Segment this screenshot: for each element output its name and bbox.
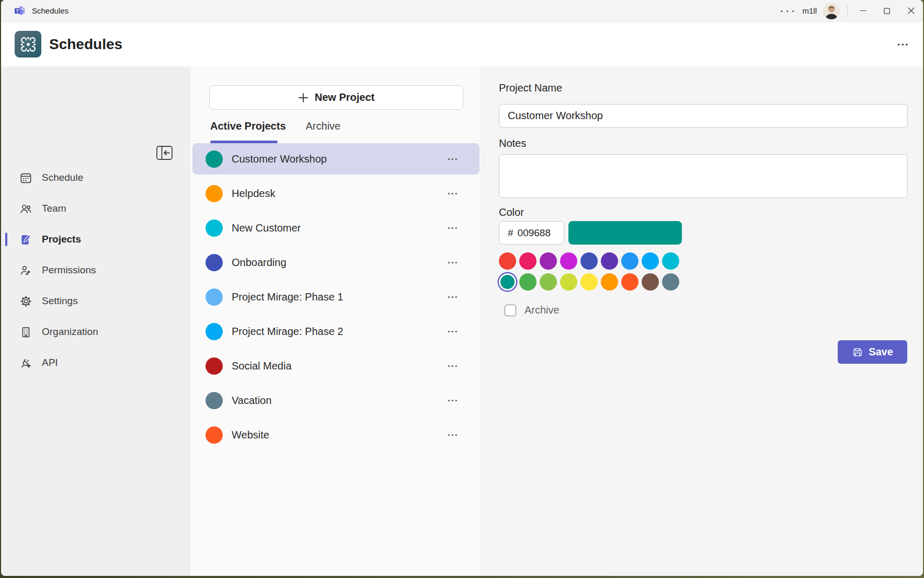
save-floppy-icon xyxy=(852,346,863,358)
archive-label: Archive xyxy=(524,304,560,316)
sidebar-item-api[interactable]: API xyxy=(1,351,190,375)
teams-app-icon: T xyxy=(14,5,25,16)
palette-swatch[interactable] xyxy=(621,252,638,270)
palette-swatch[interactable] xyxy=(601,252,618,270)
notes-textarea[interactable] xyxy=(499,154,908,198)
palette-swatch[interactable] xyxy=(580,252,598,270)
projects-list-panel: New Project Active Projects Archive Cust… xyxy=(190,66,482,576)
archive-option: Archive xyxy=(505,304,560,316)
gear-icon xyxy=(19,294,32,308)
row-more-icon[interactable]: ••• xyxy=(448,156,459,162)
project-row[interactable]: Vacation ••• xyxy=(192,385,480,416)
avatar[interactable] xyxy=(823,3,840,19)
collapse-sidebar-button[interactable] xyxy=(156,145,173,160)
window-title: Schedules xyxy=(32,6,69,15)
project-row[interactable]: Customer Workshop ••• xyxy=(192,143,480,175)
palette-swatch[interactable] xyxy=(601,273,618,291)
project-color-dot xyxy=(206,323,223,340)
row-more-icon[interactable]: ••• xyxy=(448,432,459,438)
project-name-input[interactable] xyxy=(499,104,908,128)
hex-prefix: # xyxy=(508,227,514,239)
maximize-button[interactable] xyxy=(875,0,899,22)
project-row[interactable]: New Customer ••• xyxy=(192,212,480,244)
palette-swatch[interactable] xyxy=(499,252,516,270)
row-more-icon[interactable]: ••• xyxy=(448,363,459,369)
project-color-dot xyxy=(206,185,223,202)
project-name-label: Project Name xyxy=(499,82,562,94)
tab-archive[interactable]: Archive xyxy=(306,120,341,140)
header-more-icon[interactable]: ••• xyxy=(897,40,909,48)
sidebar-item-settings[interactable]: Settings xyxy=(1,289,190,313)
row-more-icon[interactable]: ••• xyxy=(448,259,459,265)
titlebar-separator xyxy=(847,4,848,18)
hex-color-input[interactable]: # 009688 xyxy=(499,221,564,245)
current-color-swatch xyxy=(568,221,682,245)
building-icon xyxy=(19,325,32,339)
title-bar: T Schedules • • • m1ll xyxy=(1,0,923,22)
row-more-icon[interactable]: ••• xyxy=(448,397,459,403)
palette-row-2 xyxy=(499,273,679,291)
titlebar-more-icon[interactable]: • • • xyxy=(773,8,803,14)
color-label: Color xyxy=(499,206,524,218)
sidebar-item-permissions[interactable]: Permissions xyxy=(1,258,190,282)
sidebar-item-organization[interactable]: Organization xyxy=(1,320,190,344)
palette-swatch[interactable] xyxy=(519,252,537,270)
app-header: Schedules ••• xyxy=(1,22,923,66)
project-color-dot xyxy=(206,288,223,306)
schedules-app-icon xyxy=(15,31,41,57)
row-more-icon[interactable]: ••• xyxy=(448,328,459,334)
project-row[interactable]: Onboarding ••• xyxy=(192,247,480,278)
user-name: m1ll xyxy=(802,6,817,15)
palette-swatch[interactable] xyxy=(621,273,638,291)
palette-swatch[interactable] xyxy=(540,252,557,270)
plus-icon xyxy=(298,93,309,103)
project-row[interactable]: Website ••• xyxy=(192,419,480,450)
palette-swatch[interactable] xyxy=(540,273,557,291)
row-more-icon[interactable]: ••• xyxy=(448,294,459,300)
palette-swatch[interactable] xyxy=(519,273,537,291)
svg-text:T: T xyxy=(16,8,19,14)
desktop-wallpaper: T Schedules • • • m1ll xyxy=(0,0,924,578)
palette-swatch[interactable] xyxy=(662,252,679,270)
palette-row-1 xyxy=(499,252,679,270)
hex-value: 009688 xyxy=(518,227,551,239)
close-button[interactable] xyxy=(899,0,923,22)
person-key-icon xyxy=(19,263,32,277)
sidebar-item-projects[interactable]: Projects xyxy=(1,227,190,251)
palette-swatch[interactable] xyxy=(560,273,577,291)
sidebar-item-schedule[interactable]: Schedule xyxy=(1,166,190,190)
new-project-button[interactable]: New Project xyxy=(209,85,463,110)
calendar-icon xyxy=(19,171,32,184)
palette-swatch[interactable] xyxy=(642,252,659,270)
project-details-panel: Project Name Notes Color # 009688 xyxy=(482,66,923,576)
project-row[interactable]: Project Mirage: Phase 1 ••• xyxy=(192,281,480,313)
project-row[interactable]: Project Mirage: Phase 2 ••• xyxy=(192,316,480,347)
project-color-dot xyxy=(206,254,223,271)
archive-checkbox[interactable] xyxy=(505,305,516,316)
tab-active-projects[interactable]: Active Projects xyxy=(210,120,286,140)
minimize-button[interactable] xyxy=(851,0,875,22)
project-color-dot xyxy=(206,357,223,375)
sidebar: Schedule Team xyxy=(1,66,190,576)
project-tabs: Active Projects Archive xyxy=(210,120,340,140)
notes-label: Notes xyxy=(499,137,526,149)
plug-gear-icon xyxy=(19,356,32,369)
project-row[interactable]: Social Media ••• xyxy=(192,350,480,382)
row-more-icon[interactable]: ••• xyxy=(448,225,459,231)
project-list: Customer Workshop ••• Helpdesk ••• New C… xyxy=(192,143,480,454)
palette-swatch[interactable] xyxy=(662,273,679,291)
row-more-icon[interactable]: ••• xyxy=(448,190,459,196)
project-row[interactable]: Helpdesk ••• xyxy=(192,178,480,209)
team-icon xyxy=(19,202,32,215)
palette-swatch[interactable] xyxy=(580,273,598,291)
page-title: Schedules xyxy=(49,36,122,53)
palette-swatch[interactable] xyxy=(642,273,659,291)
save-button[interactable]: Save xyxy=(838,340,907,364)
sidebar-item-team[interactable]: Team xyxy=(1,196,190,221)
projects-icon xyxy=(19,233,32,246)
palette-swatch-selected[interactable] xyxy=(499,273,516,291)
project-color-dot xyxy=(206,392,223,409)
palette-swatch[interactable] xyxy=(560,252,577,270)
project-color-dot xyxy=(206,151,223,168)
project-color-dot xyxy=(206,219,223,237)
